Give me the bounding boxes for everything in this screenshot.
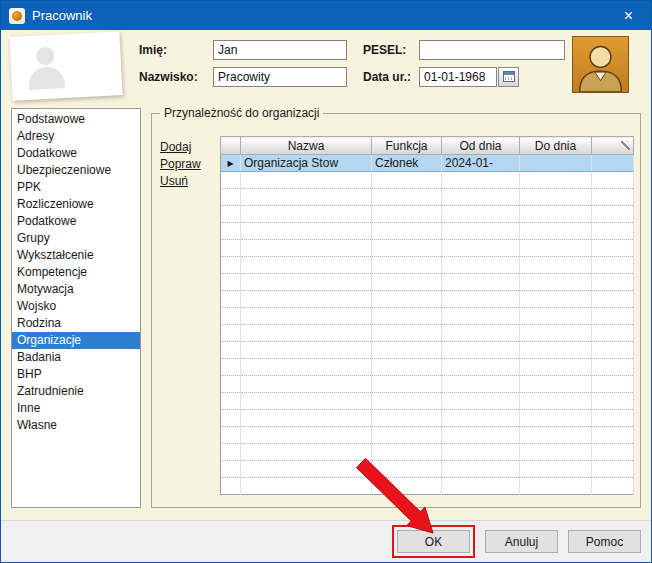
table-cell-empty[interactable]	[372, 359, 442, 376]
sidebar-item-inne[interactable]: Inne	[12, 400, 140, 417]
table-cell-empty[interactable]	[592, 342, 634, 359]
sidebar-item-wyksztalcenie[interactable]: Wykształcenie	[12, 247, 140, 264]
table-row-empty[interactable]	[221, 206, 634, 223]
table-cell-empty[interactable]	[442, 410, 520, 427]
table-cell-empty[interactable]	[372, 427, 442, 444]
table-cell-empty[interactable]	[520, 461, 592, 478]
table-row-empty[interactable]	[221, 274, 634, 291]
table-cell-empty[interactable]	[221, 410, 241, 427]
table-cell[interactable]	[520, 155, 592, 172]
table-cell-empty[interactable]	[442, 461, 520, 478]
table-cell-empty[interactable]	[221, 478, 241, 495]
table-cell-empty[interactable]	[241, 223, 372, 240]
table-row-empty[interactable]	[221, 444, 634, 461]
table-row-empty[interactable]	[221, 342, 634, 359]
table-row-empty[interactable]	[221, 325, 634, 342]
table-cell-empty[interactable]	[221, 274, 241, 291]
table-cell-empty[interactable]	[442, 189, 520, 206]
table-cell-empty[interactable]	[241, 257, 372, 274]
table-cell-empty[interactable]	[520, 325, 592, 342]
table-cell-empty[interactable]	[442, 444, 520, 461]
table-cell-empty[interactable]	[592, 444, 634, 461]
sidebar-item-ubezpieczeniowe[interactable]: Ubezpieczeniowe	[12, 162, 140, 179]
table-cell-empty[interactable]	[221, 393, 241, 410]
table-cell-empty[interactable]	[241, 308, 372, 325]
table-cell-empty[interactable]	[520, 206, 592, 223]
table-cell-empty[interactable]	[592, 274, 634, 291]
table-cell-empty[interactable]	[520, 478, 592, 495]
table-cell-empty[interactable]	[241, 325, 372, 342]
table-cell-empty[interactable]	[592, 325, 634, 342]
sidebar-item-podstawowe[interactable]: Podstawowe	[12, 111, 140, 128]
table-cell-empty[interactable]	[221, 308, 241, 325]
pomoc-button[interactable]: Pomoc	[568, 530, 641, 553]
sidebar-item-organizacje[interactable]: Organizacje	[12, 332, 140, 349]
imie-input[interactable]	[213, 40, 347, 60]
table-row-empty[interactable]	[221, 410, 634, 427]
table-cell-empty[interactable]	[442, 376, 520, 393]
table-cell-empty[interactable]	[372, 257, 442, 274]
table-cell-empty[interactable]	[372, 461, 442, 478]
table-row-empty[interactable]	[221, 461, 634, 478]
table-cell-empty[interactable]	[442, 393, 520, 410]
ok-button[interactable]: OK	[397, 530, 470, 553]
sidebar-item-podatkowe[interactable]: Podatkowe	[12, 213, 140, 230]
table-cell-empty[interactable]	[241, 376, 372, 393]
table-cell-empty[interactable]	[442, 172, 520, 189]
sidebar-item-wlasne[interactable]: Własne	[12, 417, 140, 434]
table-cell[interactable]	[592, 155, 634, 172]
table-cell-empty[interactable]	[372, 410, 442, 427]
table-row-empty[interactable]	[221, 393, 634, 410]
table-cell-empty[interactable]	[442, 325, 520, 342]
column-header-od-dnia[interactable]: Od dnia	[442, 137, 520, 155]
table-cell-empty[interactable]	[592, 257, 634, 274]
column-header-nazwa[interactable]: Nazwa	[241, 137, 372, 155]
table-cell-empty[interactable]	[221, 342, 241, 359]
table-cell-empty[interactable]	[241, 189, 372, 206]
table-cell-empty[interactable]	[372, 240, 442, 257]
table-cell-empty[interactable]	[241, 359, 372, 376]
table-row-empty[interactable]	[221, 189, 634, 206]
table-cell-empty[interactable]	[592, 308, 634, 325]
sidebar-item-adresy[interactable]: Adresy	[12, 128, 140, 145]
table-cell-empty[interactable]	[372, 291, 442, 308]
table-cell-empty[interactable]	[520, 359, 592, 376]
sidebar-item-ppk[interactable]: PPK	[12, 179, 140, 196]
table-cell-empty[interactable]	[241, 206, 372, 223]
table-cell-empty[interactable]	[221, 172, 241, 189]
table-row-empty[interactable]	[221, 223, 634, 240]
table-cell-empty[interactable]	[372, 342, 442, 359]
table-row-empty[interactable]	[221, 478, 634, 495]
table-cell-empty[interactable]	[442, 342, 520, 359]
table-cell-empty[interactable]	[442, 427, 520, 444]
table-cell-empty[interactable]	[221, 291, 241, 308]
table-cell-empty[interactable]	[592, 410, 634, 427]
table-cell-empty[interactable]	[520, 410, 592, 427]
pesel-input[interactable]	[419, 40, 565, 60]
table-row-empty[interactable]	[221, 427, 634, 444]
table-row-empty[interactable]	[221, 240, 634, 257]
table-cell-empty[interactable]	[592, 427, 634, 444]
data-ur-input[interactable]	[419, 67, 497, 87]
table-cell[interactable]: 2024-01-	[442, 155, 520, 172]
column-header-funkcja[interactable]: Funkcja	[372, 137, 442, 155]
sidebar-item-dodatkowe[interactable]: Dodatkowe	[12, 145, 140, 162]
table-cell-empty[interactable]	[221, 461, 241, 478]
table-cell-empty[interactable]	[372, 444, 442, 461]
table-cell-empty[interactable]	[442, 274, 520, 291]
table-cell-empty[interactable]	[241, 444, 372, 461]
table-cell-empty[interactable]	[520, 189, 592, 206]
column-header-filler[interactable]	[592, 137, 634, 155]
table-cell-empty[interactable]	[520, 376, 592, 393]
sidebar-item-kompetencje[interactable]: Kompetencje	[12, 264, 140, 281]
table-cell-empty[interactable]	[372, 325, 442, 342]
table-cell-empty[interactable]	[442, 240, 520, 257]
table-cell-empty[interactable]	[520, 291, 592, 308]
table-cell[interactable]: Organizacja Stow	[241, 155, 372, 172]
table-cell-empty[interactable]	[372, 223, 442, 240]
table-cell-empty[interactable]	[442, 291, 520, 308]
table-cell-empty[interactable]	[241, 427, 372, 444]
table-cell-empty[interactable]	[592, 376, 634, 393]
table-cell-empty[interactable]	[241, 342, 372, 359]
table-cell-empty[interactable]	[372, 274, 442, 291]
